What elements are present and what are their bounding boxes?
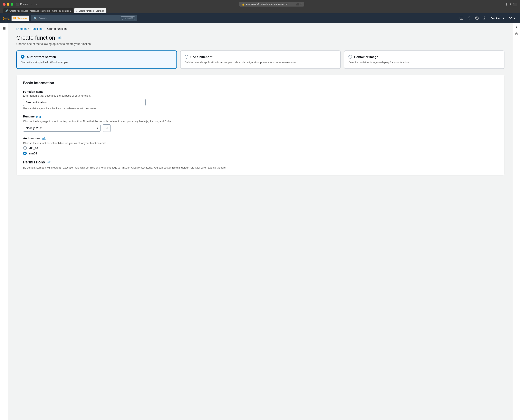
left-sidebar: ☰ [0, 23, 8, 420]
help-icon-button[interactable] [473, 15, 480, 21]
radio-container[interactable] [349, 55, 352, 59]
function-name-hint: Enter a name that describes the purpose … [23, 94, 498, 97]
architecture-group: Architecture Info Choose the instruction… [23, 137, 498, 155]
lock-icon: 🔒 [242, 3, 245, 6]
settings-icon [483, 16, 487, 20]
runtime-refresh-button[interactable]: ↺ [103, 124, 111, 132]
search-input[interactable] [39, 17, 119, 20]
runtime-hint: Choose the language to use to write your… [23, 120, 498, 123]
close-dot[interactable] [3, 3, 6, 6]
bell-icon-button[interactable] [466, 15, 473, 21]
runtime-select-wrapper: Node.js 20.x Node.js 18.x Python 3.12 Py… [23, 125, 101, 132]
option-card-blueprint[interactable]: Use a blueprint Build a Lambda applicati… [180, 51, 341, 69]
sidebar-toggle-button[interactable]: ☰ [1, 25, 7, 32]
function-name-group: Function name Enter a name that describe… [23, 90, 498, 110]
breadcrumb-functions[interactable]: Functions [31, 27, 43, 30]
runtime-select[interactable]: Node.js 20.x Node.js 18.x Python 3.12 Py… [23, 125, 101, 132]
runtime-group: Runtime Info Choose the language to use … [23, 115, 498, 132]
radio-author[interactable] [21, 55, 24, 59]
browser-controls: ⬆ + ⬛ [505, 2, 517, 6]
permissions-info-link[interactable]: Info [47, 161, 51, 164]
arch-label-arm64: arm64 [29, 152, 37, 155]
arch-radio-arm64[interactable] [23, 152, 27, 155]
forward-button[interactable]: › [35, 2, 38, 7]
function-name-note: Use only letters, numbers, hyphens, or u… [23, 107, 498, 110]
services-button[interactable]: Services [11, 15, 30, 21]
region-button[interactable]: Frankfurt ▼ [489, 16, 506, 21]
main-content-area: Lambda › Functions › Create function Cre… [8, 23, 513, 420]
architecture-options: x86_64 arm64 [23, 146, 498, 155]
user-label: DB [509, 17, 513, 20]
architecture-hint: Choose the instruction set architecture … [23, 142, 498, 145]
right-sidebar-info-icon[interactable]: ℹ [516, 25, 517, 29]
architecture-info-link[interactable]: Info [41, 137, 46, 140]
breadcrumb-current: Create function [47, 27, 67, 30]
share-icon[interactable]: ⬆ [505, 2, 508, 6]
option-card-author[interactable]: Author from scratch Start with a simple … [16, 51, 177, 69]
region-dropdown-icon: ▼ [502, 17, 505, 20]
runtime-info-link[interactable]: Info [36, 115, 41, 119]
browser-chrome: ⬛ Private ‹ › 🔒 eu-central-1.console.aws… [0, 0, 520, 13]
terminal-icon [460, 16, 463, 20]
search-bar[interactable]: 🔍 [Option+S] [31, 15, 137, 21]
option-cards: Author from scratch Start with a simple … [16, 51, 505, 69]
function-name-input[interactable] [23, 99, 146, 106]
aws-logo[interactable] [2, 16, 10, 20]
private-label: ⬛ Private [16, 3, 28, 6]
arch-option-arm64[interactable]: arm64 [23, 152, 498, 155]
right-sidebar: ℹ ⏱ [513, 23, 520, 420]
option-card-header-container: Container image [349, 55, 500, 59]
nav-icons: Frankfurt ▼ DB ▼ [458, 15, 518, 21]
browser-nav: ‹ › [30, 2, 38, 7]
main-layout: ☰ Lambda › Functions › Create function C… [0, 23, 520, 420]
permissions-title-row: Permissions Info [23, 160, 498, 165]
architecture-label-row: Architecture Info [23, 137, 498, 141]
hamburger-icon: ☰ [2, 27, 6, 31]
right-sidebar-clock-icon[interactable]: ⏱ [515, 32, 518, 36]
help-icon [475, 16, 479, 20]
tabs-icon[interactable]: ⬛ [513, 2, 517, 6]
option-card-title-container: Container image [354, 55, 378, 59]
svg-point-4 [484, 18, 485, 19]
arch-label-x86: x86_64 [29, 146, 38, 150]
option-card-header-author: Author from scratch [21, 55, 172, 59]
radio-blueprint[interactable] [185, 55, 188, 59]
region-label: Frankfurt [490, 17, 501, 20]
minimize-dot[interactable] [7, 3, 9, 6]
settings-icon-button[interactable] [481, 15, 488, 21]
function-name-label: Function name [23, 90, 498, 93]
maximize-dot[interactable] [11, 3, 13, 6]
arch-option-x86[interactable]: x86_64 [23, 146, 498, 150]
breadcrumb-lambda[interactable]: Lambda [16, 27, 27, 30]
breadcrumb-sep-1: › [28, 27, 29, 30]
browser-traffic-lights [3, 3, 13, 6]
permissions-section: Permissions Info By default, Lambda will… [23, 160, 498, 170]
back-button[interactable]: ‹ [30, 2, 34, 7]
refresh-icon: ↺ [105, 126, 108, 130]
url-box[interactable]: 🔒 eu-central-1.console.aws.amazon.com ⬛ … [239, 2, 304, 7]
browser-tab-iot[interactable]: 🔗 Create rule | Rules | Message routing … [3, 8, 73, 13]
address-bar-area: 🔒 eu-central-1.console.aws.amazon.com ⬛ … [41, 2, 503, 7]
option-card-desc-blueprint: Build a Lambda application from sample c… [185, 60, 336, 64]
user-button[interactable]: DB ▼ [507, 16, 518, 21]
terminal-icon-button[interactable] [458, 15, 465, 21]
option-card-title-author: Author from scratch [27, 55, 56, 59]
option-card-container[interactable]: Container image Select a container image… [344, 51, 505, 69]
aws-logo-svg [2, 16, 10, 20]
new-tab-icon[interactable]: + [510, 2, 512, 6]
browser-tab-lambda[interactable]: λ Create function - Lambda [74, 8, 106, 13]
runtime-label: Runtime [23, 115, 35, 118]
permissions-desc: By default, Lambda will create an execut… [23, 166, 498, 170]
breadcrumb: Lambda › Functions › Create function [16, 27, 505, 30]
option-card-desc-author: Start with a simple Hello World example. [21, 60, 172, 64]
page-title-row: Create function Info [16, 35, 505, 41]
option-card-header-blueprint: Use a blueprint [185, 55, 336, 59]
arch-radio-x86[interactable] [23, 146, 27, 150]
browser-tabs: 🔗 Create rule | Rules | Message routing … [3, 8, 517, 13]
basic-info-panel: Basic information Function name Enter a … [16, 75, 505, 176]
page-info-link[interactable]: Info [58, 36, 62, 39]
translate-icon: ⬛ ↺ [296, 3, 301, 6]
architecture-label: Architecture [23, 137, 40, 140]
option-card-desc-container: Select a container image to deploy for y… [349, 60, 500, 64]
runtime-row: Node.js 20.x Node.js 18.x Python 3.12 Py… [23, 124, 498, 132]
